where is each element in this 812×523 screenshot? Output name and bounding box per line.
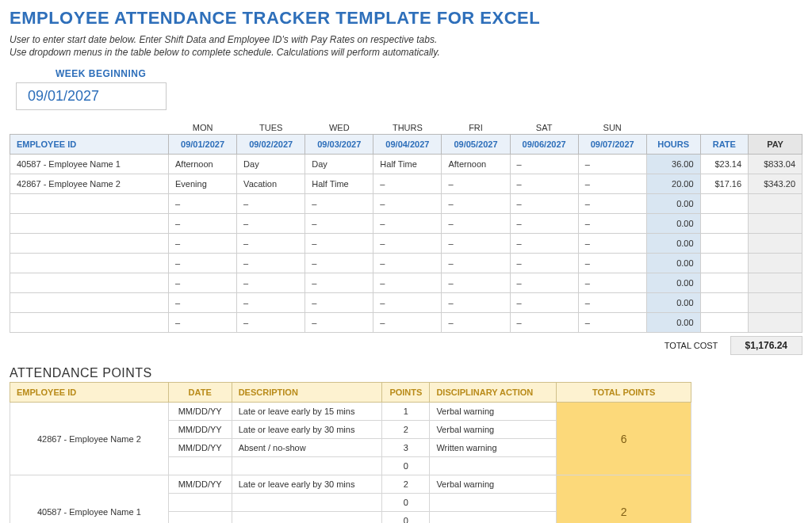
shift-cell[interactable]: – — [237, 293, 305, 313]
ap-date-cell[interactable]: MM/DD/YY — [168, 475, 232, 494]
ap-row: 42867 - Employee Name 2MM/DD/YYLate or l… — [10, 403, 691, 421]
shift-cell[interactable]: – — [373, 273, 442, 293]
employee-cell[interactable] — [10, 254, 169, 273]
pay-cell — [749, 234, 802, 254]
shift-cell[interactable]: – — [305, 234, 373, 254]
shift-cell[interactable]: – — [305, 254, 373, 273]
shift-cell[interactable]: – — [373, 214, 442, 234]
shift-cell[interactable]: – — [578, 313, 646, 333]
shift-cell[interactable]: Day — [237, 155, 305, 174]
shift-cell[interactable]: – — [305, 273, 373, 293]
shift-cell[interactable]: – — [578, 293, 646, 313]
shift-cell[interactable]: – — [237, 273, 305, 293]
ap-description-cell[interactable]: Late or leave early by 30 mins — [232, 421, 382, 439]
shift-cell[interactable]: – — [578, 194, 646, 214]
shift-cell[interactable]: – — [442, 313, 510, 333]
employee-cell[interactable] — [10, 194, 169, 214]
shift-cell[interactable]: – — [578, 174, 646, 194]
shift-cell[interactable]: – — [169, 293, 237, 313]
shift-cell[interactable]: – — [237, 313, 305, 333]
shift-cell[interactable]: – — [578, 234, 646, 254]
schedule-header-cell: 09/07/2027 — [578, 135, 646, 155]
employee-cell[interactable] — [10, 273, 169, 293]
shift-cell[interactable]: – — [237, 234, 305, 254]
shift-cell[interactable]: – — [510, 254, 578, 273]
shift-cell[interactable]: Day — [305, 155, 373, 174]
shift-cell[interactable]: – — [373, 254, 442, 273]
ap-date-cell[interactable]: MM/DD/YY — [168, 403, 232, 421]
shift-cell[interactable]: – — [578, 254, 646, 273]
ap-description-cell[interactable]: Late or leave early by 15 mins — [232, 403, 382, 421]
week-beginning-input[interactable]: 09/01/2027 — [16, 82, 167, 110]
shift-cell[interactable]: – — [442, 293, 510, 313]
shift-cell[interactable]: – — [373, 234, 442, 254]
shift-cell[interactable]: Afternoon — [442, 155, 510, 174]
shift-cell[interactable]: – — [305, 194, 373, 214]
shift-cell[interactable]: – — [169, 194, 237, 214]
shift-cell[interactable]: Half Time — [305, 174, 373, 194]
shift-cell[interactable]: – — [305, 214, 373, 234]
employee-cell[interactable] — [10, 313, 169, 333]
shift-cell[interactable]: – — [510, 214, 578, 234]
shift-cell[interactable]: – — [169, 214, 237, 234]
ap-action-cell[interactable] — [430, 512, 557, 523]
shift-cell[interactable]: – — [510, 293, 578, 313]
employee-cell[interactable] — [10, 214, 169, 234]
ap-action-cell[interactable]: Verbal warning — [430, 403, 557, 421]
shift-cell[interactable]: – — [442, 194, 510, 214]
ap-description-cell[interactable] — [232, 494, 382, 512]
shift-cell[interactable]: – — [578, 214, 646, 234]
shift-cell[interactable]: – — [373, 293, 442, 313]
shift-cell[interactable]: Half Time — [373, 155, 442, 174]
shift-cell[interactable]: – — [305, 293, 373, 313]
ap-description-cell[interactable]: Absent / no-show — [232, 439, 382, 457]
shift-cell[interactable]: – — [510, 234, 578, 254]
ap-date-cell[interactable] — [168, 494, 232, 512]
shift-cell[interactable]: Afternoon — [169, 155, 237, 174]
employee-cell[interactable]: 42867 - Employee Name 2 — [10, 174, 169, 194]
ap-date-cell[interactable] — [168, 512, 232, 523]
shift-cell[interactable]: – — [373, 313, 442, 333]
shift-cell[interactable]: – — [169, 234, 237, 254]
shift-cell[interactable]: – — [442, 214, 510, 234]
shift-cell[interactable]: – — [305, 313, 373, 333]
shift-cell[interactable]: – — [578, 273, 646, 293]
shift-cell[interactable]: – — [442, 234, 510, 254]
shift-cell[interactable]: – — [442, 174, 510, 194]
shift-cell[interactable]: – — [578, 155, 646, 174]
ap-description-cell[interactable] — [232, 512, 382, 523]
ap-points-cell: 2 — [382, 475, 430, 494]
shift-cell[interactable]: – — [373, 194, 442, 214]
ap-date-cell[interactable]: MM/DD/YY — [168, 421, 232, 439]
shift-cell[interactable]: – — [510, 313, 578, 333]
ap-action-cell[interactable]: Verbal warning — [430, 475, 557, 494]
ap-action-cell[interactable]: Written warning — [430, 439, 557, 457]
ap-description-cell[interactable] — [232, 457, 382, 475]
shift-cell[interactable]: Evening — [169, 174, 237, 194]
ap-date-cell[interactable] — [168, 457, 232, 475]
rate-cell — [700, 254, 749, 273]
employee-cell[interactable]: 40587 - Employee Name 1 — [10, 155, 169, 174]
ap-action-cell[interactable] — [430, 494, 557, 512]
employee-cell[interactable] — [10, 234, 169, 254]
shift-cell[interactable]: – — [169, 313, 237, 333]
shift-cell[interactable]: – — [510, 174, 578, 194]
ap-date-cell[interactable]: MM/DD/YY — [168, 439, 232, 457]
ap-action-cell[interactable]: Verbal warning — [430, 421, 557, 439]
shift-cell[interactable]: – — [510, 194, 578, 214]
shift-cell[interactable]: – — [373, 174, 442, 194]
shift-cell[interactable]: Vacation — [237, 174, 305, 194]
shift-cell[interactable]: – — [237, 254, 305, 273]
shift-cell[interactable]: – — [510, 155, 578, 174]
shift-cell[interactable]: – — [237, 194, 305, 214]
shift-cell[interactable]: – — [442, 254, 510, 273]
shift-cell[interactable]: – — [442, 273, 510, 293]
ap-description-cell[interactable]: Late or leave early by 30 mins — [232, 475, 382, 494]
employee-cell[interactable] — [10, 293, 169, 313]
shift-cell[interactable]: – — [237, 214, 305, 234]
ap-action-cell[interactable] — [430, 457, 557, 475]
shift-cell[interactable]: – — [169, 254, 237, 273]
shift-cell[interactable]: – — [510, 273, 578, 293]
pay-cell — [749, 214, 802, 234]
shift-cell[interactable]: – — [169, 273, 237, 293]
